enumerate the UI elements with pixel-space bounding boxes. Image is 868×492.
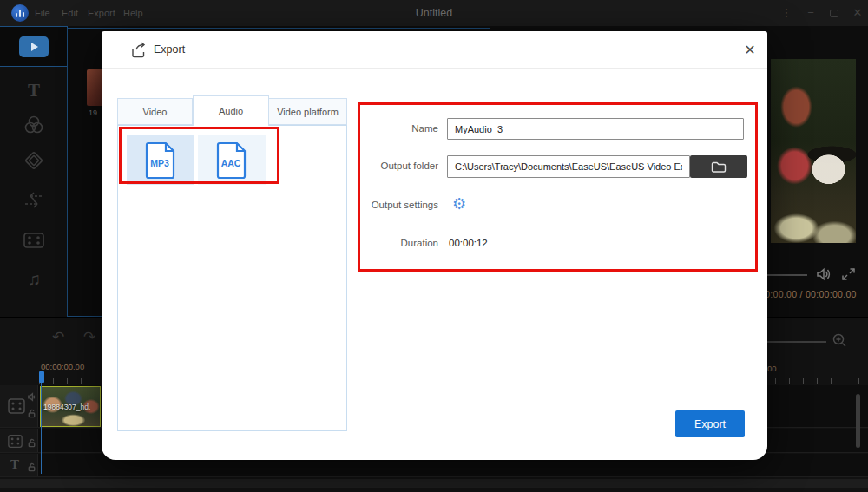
media-play-icon bbox=[19, 36, 49, 57]
transitions-icon bbox=[22, 191, 46, 210]
output-settings-gear-icon[interactable]: ⚙ bbox=[452, 194, 466, 213]
tab-label: Video platform bbox=[277, 107, 339, 117]
preview-time-display: 00:00.00 / 00:00:00.00 bbox=[760, 289, 857, 299]
export-button[interactable]: Export bbox=[675, 410, 745, 437]
media-thumbnail-label: 19 bbox=[89, 108, 97, 117]
timeline-hscrollbar bbox=[0, 479, 868, 488]
fullscreen-icon[interactable] bbox=[841, 267, 856, 285]
dialog-title: Export bbox=[154, 43, 185, 56]
sidebar-item-music[interactable]: ♫ bbox=[0, 269, 68, 290]
filters-icon bbox=[23, 115, 45, 135]
sidebar-item-text[interactable]: T bbox=[0, 80, 68, 102]
minimize-icon[interactable]: − bbox=[804, 6, 818, 20]
format-aac[interactable]: AAC bbox=[198, 135, 266, 185]
resize-grip-icon[interactable] bbox=[858, 481, 867, 490]
overlays-icon bbox=[23, 149, 45, 172]
timeline-clip[interactable]: 19884307_hd. bbox=[40, 386, 101, 427]
ruler-timecode-fragment: 00 bbox=[767, 364, 777, 373]
sidebar-item-elements[interactable] bbox=[0, 231, 68, 253]
dialog-header-divider bbox=[102, 68, 767, 69]
maximize-icon[interactable] bbox=[830, 10, 838, 17]
playhead-line bbox=[41, 371, 42, 474]
sidebar-item-filters[interactable] bbox=[0, 115, 68, 139]
mp3-file-icon: MP3 bbox=[145, 141, 176, 180]
track-lock-icon[interactable] bbox=[27, 409, 36, 418]
output-folder-input[interactable] bbox=[447, 155, 690, 178]
tab-video[interactable]: Video bbox=[117, 98, 193, 125]
zoom-in-icon[interactable] bbox=[832, 332, 847, 351]
undo-icon[interactable]: ↶ bbox=[52, 328, 64, 346]
track-video-2-header bbox=[0, 429, 38, 452]
close-window-icon[interactable]: ✕ bbox=[851, 6, 865, 20]
track-mute-icon[interactable] bbox=[27, 392, 36, 402]
redo-icon[interactable]: ↷ bbox=[83, 328, 95, 346]
tab-label: Audio bbox=[219, 106, 243, 116]
playhead-timecode: 00:00:00.00 bbox=[41, 362, 84, 371]
music-note-icon: ♫ bbox=[27, 269, 41, 289]
video-track-icon bbox=[7, 434, 23, 449]
browse-folder-button[interactable] bbox=[690, 155, 747, 178]
duration-value: 00:00:12 bbox=[449, 238, 488, 248]
sidebar-item-transitions[interactable] bbox=[0, 191, 68, 213]
text-track-icon: T bbox=[10, 457, 19, 472]
titlebar: File Edit Export Help Untitled ⋮ − ✕ bbox=[0, 0, 868, 26]
output-folder-label: Output folder bbox=[347, 161, 438, 171]
dialog-close-icon[interactable]: ✕ bbox=[741, 42, 759, 58]
folder-icon bbox=[711, 161, 727, 174]
sidebar-item-media[interactable] bbox=[0, 26, 68, 67]
format-list-panel: MP3 AAC bbox=[117, 125, 347, 431]
playhead-handle[interactable] bbox=[39, 371, 44, 383]
elements-icon bbox=[22, 231, 46, 250]
track-lock-icon[interactable] bbox=[27, 462, 36, 472]
track-video-1-header bbox=[0, 385, 38, 427]
duration-label: Duration bbox=[347, 238, 438, 248]
tab-audio[interactable]: Audio bbox=[193, 95, 269, 126]
preview-video-frame bbox=[771, 59, 856, 243]
export-dialog-icon bbox=[130, 42, 148, 62]
name-input[interactable] bbox=[447, 118, 744, 140]
name-label: Name bbox=[347, 123, 438, 134]
text-tool-icon: T bbox=[28, 80, 40, 101]
export-dialog: Export ✕ Video Audio Video platform MP3 bbox=[102, 31, 767, 460]
app-window: File Edit Export Help Untitled ⋮ − ✕ T bbox=[0, 0, 868, 492]
aac-file-icon: AAC bbox=[216, 141, 247, 180]
sidebar-item-overlays[interactable] bbox=[0, 149, 68, 175]
svg-text:MP3: MP3 bbox=[150, 158, 169, 168]
svg-text:AAC: AAC bbox=[221, 158, 241, 168]
clip-filename: 19884307_hd. bbox=[43, 403, 90, 411]
more-menu-icon[interactable]: ⋮ bbox=[779, 6, 793, 20]
volume-icon[interactable] bbox=[815, 266, 832, 285]
track-lock-icon[interactable] bbox=[27, 438, 36, 448]
format-mp3[interactable]: MP3 bbox=[127, 135, 194, 185]
output-settings-label: Output settings bbox=[347, 200, 438, 210]
document-title: Untitled bbox=[0, 7, 868, 19]
timeline-vscrollbar-handle[interactable] bbox=[856, 394, 860, 448]
export-button-label: Export bbox=[694, 418, 726, 430]
tab-label: Video bbox=[143, 107, 168, 117]
tab-video-platform[interactable]: Video platform bbox=[269, 98, 347, 125]
track-text-header: T bbox=[0, 454, 38, 476]
video-track-icon bbox=[7, 397, 26, 415]
